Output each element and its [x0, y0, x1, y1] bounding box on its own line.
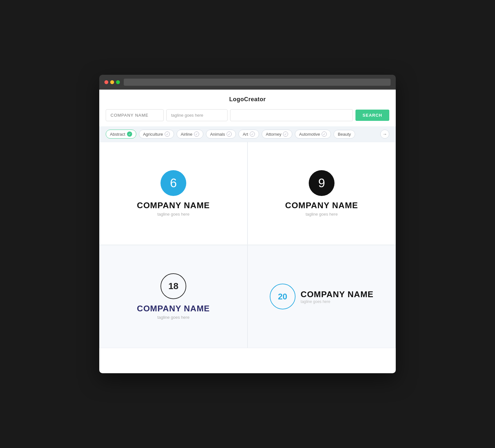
logo-card-18[interactable]: 18 COMPANY NAME tagline goes here [99, 245, 248, 348]
logo-card-6[interactable]: 6 COMPANY NAME tagline goes here [99, 142, 248, 245]
check-icon-animals: ✓ [227, 131, 232, 137]
logo-6-number: 6 [170, 176, 177, 190]
filter-label-automotive: Automotive [299, 132, 320, 137]
logo-6-company: COMPANY NAME [137, 200, 210, 210]
filter-chip-automotive[interactable]: Automotive ✓ [295, 130, 331, 139]
check-icon-automotive: ✓ [322, 131, 327, 137]
logo-9-icon: 9 [309, 170, 335, 196]
tagline-input[interactable] [166, 109, 228, 121]
fullscreen-button[interactable] [116, 80, 120, 84]
logo-9-tagline: tagline goes here [306, 212, 338, 217]
filter-chip-animals[interactable]: Animals ✓ [206, 130, 236, 139]
address-bar[interactable] [124, 79, 391, 86]
search-bar: SEARCH [99, 109, 396, 126]
logo-20-number: 20 [278, 292, 287, 302]
company-name-input[interactable] [106, 109, 164, 121]
logo-card-9[interactable]: 9 COMPANY NAME tagline goes here [248, 142, 396, 245]
check-icon-airline: ✓ [194, 131, 199, 137]
logo-18-company: COMPANY NAME [137, 304, 210, 314]
logo-card-20[interactable]: 20 COMPANY NAME tagline goes here [248, 245, 396, 348]
logo-20-tagline: tagline goes here [301, 299, 374, 304]
logo-20-row: 20 COMPANY NAME tagline goes here [270, 284, 374, 309]
filter-chip-beauty[interactable]: Beauty [334, 130, 355, 139]
filter-chip-art[interactable]: Art ✓ [238, 130, 259, 139]
filter-label-abstract: Abstract [110, 132, 125, 137]
extra-input[interactable] [230, 109, 353, 121]
logo-20-company: COMPANY NAME [301, 289, 374, 299]
logo-18-icon: 18 [160, 273, 186, 299]
filter-label-agriculture: Agriculture [143, 132, 163, 137]
browser-chrome [99, 75, 396, 90]
minimize-button[interactable] [110, 80, 114, 84]
check-icon-abstract: ✓ [127, 131, 132, 137]
traffic-lights [104, 80, 120, 84]
logo-20-text: COMPANY NAME tagline goes here [301, 289, 374, 304]
check-icon-agriculture: ✓ [165, 131, 170, 137]
logo-6-icon: 6 [160, 170, 186, 196]
close-button[interactable] [104, 80, 108, 84]
filter-label-art: Art [243, 132, 248, 137]
filter-label-beauty: Beauty [338, 132, 351, 137]
filter-label-attorney: Attorney [266, 132, 281, 137]
app-title: LogoCreator [99, 90, 396, 109]
filter-next-button[interactable]: → [380, 130, 389, 139]
logo-18-tagline: tagline goes here [157, 315, 189, 320]
check-icon-attorney: ✓ [283, 131, 288, 137]
filter-chip-airline[interactable]: Airline ✓ [177, 130, 203, 139]
filter-chip-agriculture[interactable]: Agriculture ✓ [139, 130, 174, 139]
logo-9-number: 9 [318, 176, 325, 190]
logo-9-company: COMPANY NAME [285, 200, 358, 210]
logo-grid: 6 COMPANY NAME tagline goes here 9 COMPA… [99, 142, 396, 348]
app-content: LogoCreator SEARCH Abstract ✓ Agricultur… [99, 90, 396, 373]
logo-20-icon: 20 [270, 284, 296, 309]
browser-window: LogoCreator SEARCH Abstract ✓ Agricultur… [99, 75, 396, 373]
filter-label-airline: Airline [181, 132, 192, 137]
logo-18-number: 18 [168, 281, 178, 291]
filter-chip-abstract[interactable]: Abstract ✓ [106, 130, 136, 139]
check-icon-art: ✓ [250, 131, 255, 137]
filter-bar: Abstract ✓ Agriculture ✓ Airline ✓ Anima… [99, 126, 396, 142]
filter-label-animals: Animals [210, 132, 225, 137]
logo-6-tagline: tagline goes here [157, 212, 189, 217]
filter-chip-attorney[interactable]: Attorney ✓ [262, 130, 292, 139]
search-button[interactable]: SEARCH [355, 110, 389, 121]
